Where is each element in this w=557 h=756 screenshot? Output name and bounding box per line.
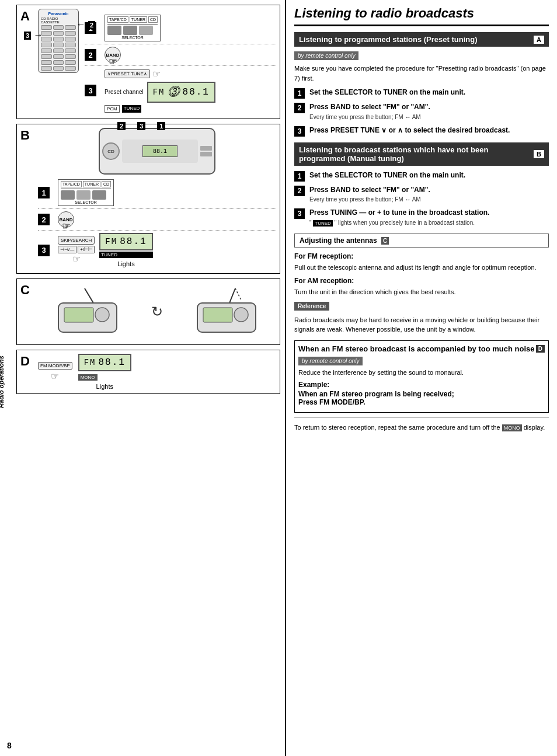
preset-intro: Make sure you have completed the procedu…	[294, 64, 549, 83]
step-num-manual-2: 2	[294, 186, 305, 196]
by-remote-noise: by remote control only	[298, 357, 363, 365]
remote-graphic-a: Panasonic CD RADIO CASSETTE	[38, 9, 79, 73]
left-step-row-b1: 1 TAPE/CD TUNER CD	[38, 179, 276, 209]
mono-badge-footer: MONO	[502, 424, 522, 431]
antenna-arrow: ↻	[151, 304, 163, 320]
manual-step-3-sub: " TUNED " lights when you precisely tune…	[309, 220, 475, 226]
manual-step-2-sub: Every time you press the button; FM ↔ AM	[309, 196, 421, 203]
step-num-preset-1: 1	[294, 88, 305, 99]
band-btn-b: BAND ☞	[58, 211, 74, 228]
display-box-d: FM 88.1	[78, 354, 131, 371]
right-panel: Listening to radio broadcasts Listening …	[286, 0, 557, 756]
left-step-row-b3: 3 SKiP/SEARCH ⊣⊣/— +/⊢⊢ ☞	[38, 233, 276, 270]
section-a-label: A	[20, 9, 30, 24]
reference-box: Reference	[294, 302, 329, 311]
num-1-b-top: 1	[157, 122, 165, 130]
tuned-tag-a: TUNED	[122, 105, 142, 113]
num-2-b-top: 2	[117, 122, 126, 130]
section-antennas: Adjusting the antennas C For FM receptio…	[294, 234, 549, 335]
section-manual-tuning: Listening to broadcast stations which ha…	[294, 142, 549, 228]
by-remote-preset: by remote control only	[294, 51, 358, 60]
section-header-antennas-text: Adjusting the antennas	[300, 236, 377, 245]
section-divider	[294, 417, 549, 418]
left-step-row-b2: 2 BAND ☞	[38, 211, 276, 231]
left-step-row-a2: 2 BAND ☞	[85, 47, 276, 66]
preset-step-1-text: Set the SELECTOR to TUNER on the main un…	[309, 88, 549, 97]
am-reception-text: Turn the unit in the direction which giv…	[294, 287, 549, 297]
radio-antenna-2	[192, 285, 262, 338]
step-num-preset-2: 2	[294, 103, 305, 113]
badge-d: D	[536, 345, 545, 353]
diagram-section-d: D FM MODE/BP ☞ FM 88.1 MONO	[16, 350, 280, 394]
section-header-manual: Listening to broadcast stations which ha…	[294, 142, 549, 166]
left-panel: Radio operations A Panasonic CD RADIO CA…	[0, 0, 286, 756]
noise-title: When an FM stereo broadcast is accompani…	[298, 344, 535, 353]
preset-step-1: 1 Set the SELECTOR to TUNER on the main …	[294, 88, 549, 99]
noise-footer: To return to stereo reception, repeat th…	[294, 423, 549, 433]
step-num-a3: 3	[85, 85, 96, 96]
noise-intro: Reduce the interference by setting the s…	[298, 369, 545, 376]
preset-step-3: 3 Press PRESET TUNE ∨ or ∧ to select the…	[294, 126, 549, 137]
pcm-tag: PCM	[105, 105, 120, 113]
radio-unit-b: 2 3 1 CD 88.1	[99, 128, 215, 175]
display-box-b: FM 88.1	[99, 233, 152, 250]
section-c-label: C	[20, 283, 30, 298]
badge-c: C	[381, 237, 389, 245]
preset-step-2: 2 Press BAND to select "FM" or "AM". Eve…	[294, 102, 549, 122]
manual-step-3-text: Press TUNING — or + to tune in the broad…	[309, 208, 549, 228]
section-header-preset-text: Listening to programmed stations (Preset…	[299, 35, 478, 44]
reference-text: Radio broadcasts may be hard to receive …	[294, 315, 549, 335]
section-noise: When an FM stereo broadcast is accompani…	[294, 340, 549, 413]
tuned-badge-manual: TUNED	[313, 220, 333, 227]
display-box-a: FM ⓷ 88.1	[147, 82, 215, 103]
step-num-manual-3: 3	[294, 208, 305, 219]
step-num-preset-3: 3	[294, 126, 305, 137]
svg-line-0	[85, 288, 93, 303]
diagram-section-b: B 2 3 1 CD 88.1	[16, 124, 280, 274]
badge-a: A	[534, 36, 544, 44]
section-preset-tuning: Listening to programmed stations (Preset…	[294, 32, 549, 137]
preset-step-3-text: Press PRESET TUNE ∨ or ∧ to select the d…	[309, 126, 549, 135]
radio-antenna-1	[53, 285, 123, 338]
num-3-b-top: 3	[137, 122, 145, 130]
arrow-3-a: 3 →	[24, 30, 43, 40]
svg-line-5	[235, 288, 241, 300]
page-title: Listening to radio broadcasts	[294, 6, 549, 26]
preset-step-2-text: Press BAND to select "FM" or "AM". Every…	[309, 102, 549, 122]
section-header-antennas: Adjusting the antennas C	[294, 234, 549, 248]
section-header-preset: Listening to programmed stations (Preset…	[294, 32, 549, 47]
manual-step-2: 2 Press BAND to select "FM" or "AM". Eve…	[294, 185, 549, 205]
lights-label-d: Lights	[78, 383, 131, 390]
fm-reception-text: Pull out the telescopic antenna and adju…	[294, 263, 549, 273]
step-num-b3: 3	[38, 245, 50, 256]
brand-logo: Panasonic	[48, 12, 68, 16]
section-b-label: B	[20, 128, 30, 143]
diagram-section-a: A Panasonic CD RADIO CASSETTE	[16, 5, 280, 119]
section-d-label: D	[20, 354, 30, 369]
lights-label-b: Lights	[99, 260, 152, 267]
left-step-row-a1: 1 TAPE/CD TUNER CD	[85, 15, 276, 44]
step-num-b1: 1	[38, 187, 50, 198]
selector-diagram-b: TAPE/CD TUNER CD SELECTOR	[58, 179, 114, 206]
svg-point-3	[95, 308, 109, 322]
am-reception-title: For AM reception:	[294, 277, 549, 285]
page-number: 8	[7, 741, 12, 750]
left-step-row-a3: 3 ∨PRESET TUNE∧ ☞ Preset channel FM ⓷	[85, 68, 276, 115]
band-btn-a: BAND ☞	[105, 47, 121, 63]
diagram-section-c: C ↻	[16, 278, 280, 345]
badge-b: B	[534, 150, 544, 158]
svg-point-8	[234, 308, 248, 322]
arrow-2-a: ← 2	[76, 19, 95, 30]
svg-rect-2	[64, 308, 93, 322]
section-header-manual-text: Listening to broadcast stations which ha…	[299, 145, 534, 163]
diagram-c-content: ↻	[38, 283, 276, 341]
svg-rect-7	[203, 308, 232, 322]
mono-tag-d: MONO	[78, 374, 98, 381]
noise-example-label: Example:	[298, 381, 545, 389]
manual-step-3: 3 Press TUNING — or + to tune in the bro…	[294, 208, 549, 228]
sidebar-label: Radio operations	[0, 356, 5, 408]
tuned-tag-b: TUNED	[99, 252, 152, 258]
step-num-manual-1: 1	[294, 171, 305, 182]
manual-step-1: 1 Set the SELECTOR to TUNER on the main …	[294, 170, 549, 182]
step-num-b2: 2	[38, 214, 50, 225]
